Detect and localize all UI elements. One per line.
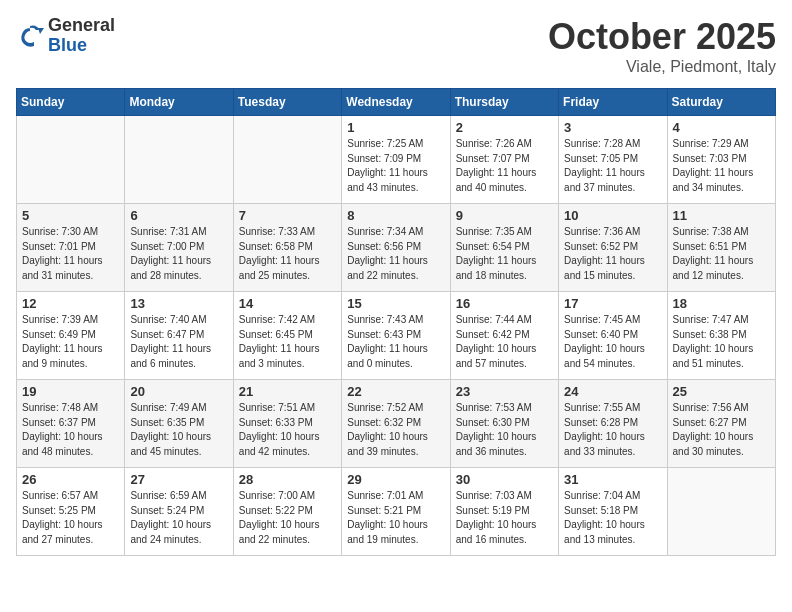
day-info: Sunrise: 7:40 AM Sunset: 6:47 PM Dayligh… [130,313,227,371]
logo-blue-text: Blue [48,36,115,56]
calendar-week-row: 12Sunrise: 7:39 AM Sunset: 6:49 PM Dayli… [17,292,776,380]
calendar-cell [667,468,775,556]
calendar-cell: 30Sunrise: 7:03 AM Sunset: 5:19 PM Dayli… [450,468,558,556]
logo-text: General Blue [48,16,115,56]
day-number: 7 [239,208,336,223]
day-number: 29 [347,472,444,487]
day-number: 11 [673,208,770,223]
day-info: Sunrise: 6:59 AM Sunset: 5:24 PM Dayligh… [130,489,227,547]
logo-general-text: General [48,16,115,36]
day-info: Sunrise: 7:51 AM Sunset: 6:33 PM Dayligh… [239,401,336,459]
calendar-week-row: 1Sunrise: 7:25 AM Sunset: 7:09 PM Daylig… [17,116,776,204]
day-number: 31 [564,472,661,487]
day-number: 28 [239,472,336,487]
calendar-cell [17,116,125,204]
calendar-cell: 10Sunrise: 7:36 AM Sunset: 6:52 PM Dayli… [559,204,667,292]
day-number: 15 [347,296,444,311]
calendar-cell: 16Sunrise: 7:44 AM Sunset: 6:42 PM Dayli… [450,292,558,380]
day-number: 5 [22,208,119,223]
day-info: Sunrise: 7:45 AM Sunset: 6:40 PM Dayligh… [564,313,661,371]
svg-marker-0 [38,28,44,34]
day-info: Sunrise: 7:30 AM Sunset: 7:01 PM Dayligh… [22,225,119,283]
day-info: Sunrise: 7:26 AM Sunset: 7:07 PM Dayligh… [456,137,553,195]
day-info: Sunrise: 7:52 AM Sunset: 6:32 PM Dayligh… [347,401,444,459]
calendar-cell: 19Sunrise: 7:48 AM Sunset: 6:37 PM Dayli… [17,380,125,468]
day-number: 27 [130,472,227,487]
column-header-tuesday: Tuesday [233,89,341,116]
day-number: 17 [564,296,661,311]
day-info: Sunrise: 7:39 AM Sunset: 6:49 PM Dayligh… [22,313,119,371]
calendar-cell: 9Sunrise: 7:35 AM Sunset: 6:54 PM Daylig… [450,204,558,292]
day-number: 8 [347,208,444,223]
calendar-cell: 3Sunrise: 7:28 AM Sunset: 7:05 PM Daylig… [559,116,667,204]
day-info: Sunrise: 7:33 AM Sunset: 6:58 PM Dayligh… [239,225,336,283]
calendar-cell: 14Sunrise: 7:42 AM Sunset: 6:45 PM Dayli… [233,292,341,380]
calendar-cell: 12Sunrise: 7:39 AM Sunset: 6:49 PM Dayli… [17,292,125,380]
calendar-cell: 31Sunrise: 7:04 AM Sunset: 5:18 PM Dayli… [559,468,667,556]
month-title: October 2025 [548,16,776,58]
calendar-cell: 21Sunrise: 7:51 AM Sunset: 6:33 PM Dayli… [233,380,341,468]
calendar-week-row: 5Sunrise: 7:30 AM Sunset: 7:01 PM Daylig… [17,204,776,292]
calendar-cell [233,116,341,204]
day-number: 24 [564,384,661,399]
day-info: Sunrise: 7:01 AM Sunset: 5:21 PM Dayligh… [347,489,444,547]
calendar-cell: 27Sunrise: 6:59 AM Sunset: 5:24 PM Dayli… [125,468,233,556]
column-header-wednesday: Wednesday [342,89,450,116]
day-number: 22 [347,384,444,399]
day-info: Sunrise: 7:48 AM Sunset: 6:37 PM Dayligh… [22,401,119,459]
day-info: Sunrise: 7:25 AM Sunset: 7:09 PM Dayligh… [347,137,444,195]
calendar-cell: 2Sunrise: 7:26 AM Sunset: 7:07 PM Daylig… [450,116,558,204]
day-number: 26 [22,472,119,487]
day-number: 21 [239,384,336,399]
calendar-week-row: 26Sunrise: 6:57 AM Sunset: 5:25 PM Dayli… [17,468,776,556]
day-number: 4 [673,120,770,135]
day-number: 16 [456,296,553,311]
column-header-monday: Monday [125,89,233,116]
day-number: 25 [673,384,770,399]
day-number: 30 [456,472,553,487]
day-info: Sunrise: 7:55 AM Sunset: 6:28 PM Dayligh… [564,401,661,459]
day-info: Sunrise: 7:38 AM Sunset: 6:51 PM Dayligh… [673,225,770,283]
calendar-week-row: 19Sunrise: 7:48 AM Sunset: 6:37 PM Dayli… [17,380,776,468]
day-info: Sunrise: 7:47 AM Sunset: 6:38 PM Dayligh… [673,313,770,371]
page-header: General Blue October 2025 Viale, Piedmon… [16,16,776,76]
calendar-cell: 11Sunrise: 7:38 AM Sunset: 6:51 PM Dayli… [667,204,775,292]
calendar-cell: 5Sunrise: 7:30 AM Sunset: 7:01 PM Daylig… [17,204,125,292]
day-info: Sunrise: 7:36 AM Sunset: 6:52 PM Dayligh… [564,225,661,283]
calendar-cell: 29Sunrise: 7:01 AM Sunset: 5:21 PM Dayli… [342,468,450,556]
calendar-cell: 22Sunrise: 7:52 AM Sunset: 6:32 PM Dayli… [342,380,450,468]
day-number: 3 [564,120,661,135]
calendar-header-row: SundayMondayTuesdayWednesdayThursdayFrid… [17,89,776,116]
day-info: Sunrise: 7:28 AM Sunset: 7:05 PM Dayligh… [564,137,661,195]
calendar-cell: 17Sunrise: 7:45 AM Sunset: 6:40 PM Dayli… [559,292,667,380]
day-number: 9 [456,208,553,223]
day-number: 23 [456,384,553,399]
column-header-friday: Friday [559,89,667,116]
day-info: Sunrise: 7:43 AM Sunset: 6:43 PM Dayligh… [347,313,444,371]
column-header-saturday: Saturday [667,89,775,116]
day-info: Sunrise: 7:56 AM Sunset: 6:27 PM Dayligh… [673,401,770,459]
column-header-thursday: Thursday [450,89,558,116]
calendar-cell: 18Sunrise: 7:47 AM Sunset: 6:38 PM Dayli… [667,292,775,380]
calendar-cell: 4Sunrise: 7:29 AM Sunset: 7:03 PM Daylig… [667,116,775,204]
calendar-cell: 1Sunrise: 7:25 AM Sunset: 7:09 PM Daylig… [342,116,450,204]
day-number: 12 [22,296,119,311]
calendar-cell: 23Sunrise: 7:53 AM Sunset: 6:30 PM Dayli… [450,380,558,468]
day-info: Sunrise: 7:44 AM Sunset: 6:42 PM Dayligh… [456,313,553,371]
calendar-cell: 26Sunrise: 6:57 AM Sunset: 5:25 PM Dayli… [17,468,125,556]
day-info: Sunrise: 7:42 AM Sunset: 6:45 PM Dayligh… [239,313,336,371]
logo-icon [16,22,44,50]
day-info: Sunrise: 7:03 AM Sunset: 5:19 PM Dayligh… [456,489,553,547]
column-header-sunday: Sunday [17,89,125,116]
day-info: Sunrise: 7:49 AM Sunset: 6:35 PM Dayligh… [130,401,227,459]
day-number: 6 [130,208,227,223]
day-number: 2 [456,120,553,135]
day-info: Sunrise: 7:29 AM Sunset: 7:03 PM Dayligh… [673,137,770,195]
day-info: Sunrise: 7:04 AM Sunset: 5:18 PM Dayligh… [564,489,661,547]
day-info: Sunrise: 7:31 AM Sunset: 7:00 PM Dayligh… [130,225,227,283]
calendar-table: SundayMondayTuesdayWednesdayThursdayFrid… [16,88,776,556]
calendar-cell: 8Sunrise: 7:34 AM Sunset: 6:56 PM Daylig… [342,204,450,292]
day-number: 18 [673,296,770,311]
location-subtitle: Viale, Piedmont, Italy [548,58,776,76]
calendar-cell: 28Sunrise: 7:00 AM Sunset: 5:22 PM Dayli… [233,468,341,556]
